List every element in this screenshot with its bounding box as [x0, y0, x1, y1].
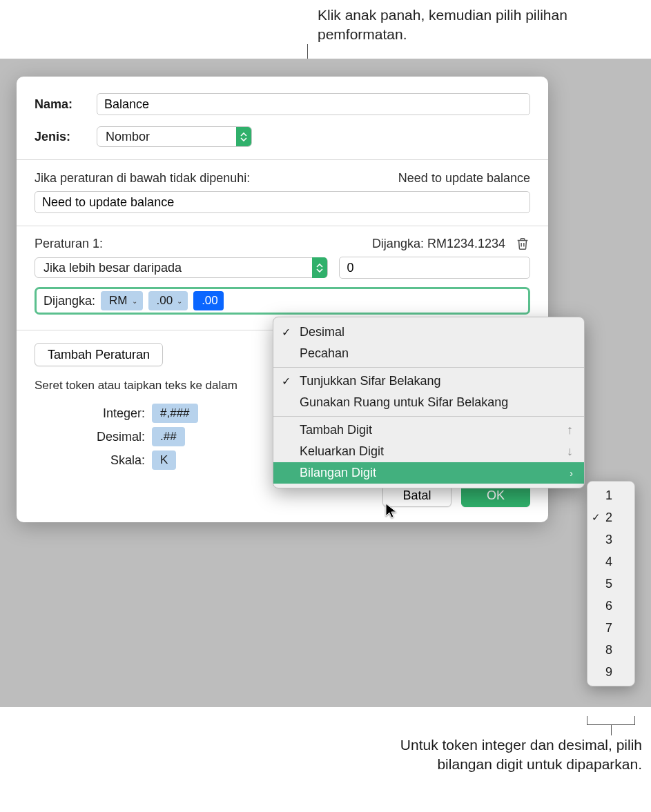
submenu-label: 5 — [605, 577, 612, 591]
check-icon: ✓ — [282, 375, 291, 388]
format-strip[interactable]: Dijangka: RM ⌄ .00 ⌄ .00 — [35, 287, 530, 315]
token-decimal-1-label: .00 — [157, 294, 173, 308]
type-select[interactable]: Nombor — [97, 126, 252, 147]
submenu-label: 7 — [605, 621, 612, 635]
callout-caliper — [587, 716, 635, 730]
popup-item-digit-count[interactable]: Bilangan Digit › — [273, 462, 584, 484]
popup-item-trailing-zeros[interactable]: ✓ Tunjukkan Sifar Belakang — [273, 370, 584, 392]
popup-item-add-digit[interactable]: Tambah Digit ↑ — [273, 419, 584, 441]
submenu-item-3[interactable]: 3 — [587, 528, 634, 551]
popup-item-remove-digit[interactable]: Keluarkan Digit ↓ — [273, 441, 584, 462]
rule1-preview: Dijangka: RM1234.1234 — [372, 237, 505, 251]
submenu-label: 4 — [605, 555, 612, 569]
format-options-popup: ✓ Desimal Pecahan ✓ Tunjukkan Sifar Bela… — [273, 317, 585, 488]
scale-token[interactable]: K — [152, 450, 176, 470]
submenu-item-6[interactable]: 6 — [587, 595, 634, 617]
cursor-icon — [385, 502, 400, 520]
name-input[interactable] — [97, 93, 530, 115]
fallback-value-input[interactable] — [35, 191, 530, 213]
add-rule-button[interactable]: Tambah Peraturan — [35, 343, 163, 366]
popup-item-decimal[interactable]: ✓ Desimal — [273, 321, 584, 343]
callout-bottom: Untuk token integer dan desimal, pilih b… — [387, 735, 642, 775]
type-select-value: Nombor — [97, 126, 252, 147]
name-label: Nama: — [35, 97, 97, 112]
submenu-item-1[interactable]: 1 — [587, 484, 634, 506]
decimal-label: Desimal: — [90, 430, 145, 444]
arrow-down-icon: ↓ — [567, 444, 573, 459]
chevrons-icon — [312, 257, 327, 278]
submenu-label: 2 — [605, 511, 612, 525]
rule1-label: Peraturan 1: — [35, 237, 103, 251]
divider — [17, 159, 548, 160]
popup-item-label: Bilangan Digit — [300, 466, 376, 480]
submenu-item-8[interactable]: 8 — [587, 639, 634, 661]
popup-item-label: Tunjukkan Sifar Belakang — [300, 374, 440, 388]
submenu-item-5[interactable]: 5 — [587, 573, 634, 595]
popup-item-fraction[interactable]: Pecahan — [273, 343, 584, 364]
submenu-item-7[interactable]: 7 — [587, 617, 634, 639]
trash-icon[interactable] — [515, 236, 530, 251]
token-decimal-2-label: .00 — [202, 294, 218, 308]
submenu-label: 6 — [605, 599, 612, 613]
rule1-condition-value: Jika lebih besar daripada — [35, 257, 328, 278]
type-label: Jenis: — [35, 130, 97, 144]
popup-item-space-trailing[interactable]: Gunakan Ruang untuk Sifar Belakang — [273, 392, 584, 413]
decimal-token[interactable]: .## — [152, 427, 185, 446]
popup-item-label: Desimal — [300, 325, 344, 339]
arrow-up-icon: ↑ — [567, 423, 573, 437]
digit-count-submenu: 1 ✓2 3 4 5 6 7 8 9 — [587, 481, 635, 686]
fallback-preview: Need to update balance — [398, 171, 530, 186]
submenu-label: 8 — [605, 643, 612, 657]
submenu-item-2[interactable]: ✓2 — [587, 506, 634, 528]
check-icon: ✓ — [282, 326, 291, 339]
rule1-value-input[interactable] — [339, 257, 530, 279]
token-decimal-1[interactable]: .00 ⌄ — [148, 291, 188, 310]
callout-top: Klik anak panah, kemudian pilih pilihan … — [318, 6, 580, 45]
popup-item-label: Tambah Digit — [300, 423, 372, 437]
rule1-condition-select[interactable]: Jika lebih besar daripada — [35, 257, 328, 279]
submenu-label: 1 — [605, 488, 612, 503]
token-rm[interactable]: RM ⌄ — [101, 291, 142, 310]
chevrons-icon — [236, 127, 251, 146]
divider — [273, 416, 584, 417]
chevron-right-icon: › — [570, 468, 573, 479]
integer-label: Integer: — [90, 406, 145, 421]
integer-token[interactable]: #,### — [152, 404, 198, 423]
divider — [17, 226, 548, 226]
submenu-label: 9 — [605, 665, 612, 680]
submenu-item-4[interactable]: 4 — [587, 551, 634, 573]
submenu-label: 3 — [605, 533, 612, 547]
format-strip-label: Dijangka: — [41, 294, 95, 308]
token-rm-label: RM — [109, 294, 127, 308]
scale-label: Skala: — [90, 453, 145, 468]
submenu-item-9[interactable]: 9 — [587, 661, 634, 683]
chevron-down-icon: ⌄ — [177, 297, 182, 305]
popup-item-label: Pecahan — [300, 346, 349, 361]
token-decimal-2[interactable]: .00 — [193, 291, 224, 310]
check-icon: ✓ — [592, 511, 601, 524]
fallback-rule-label: Jika peraturan di bawah tidak dipenuhi: — [35, 171, 250, 186]
divider — [273, 367, 584, 368]
chevron-down-icon: ⌄ — [132, 297, 137, 305]
popup-item-label: Keluarkan Digit — [300, 444, 384, 459]
popup-item-label: Gunakan Ruang untuk Sifar Belakang — [300, 395, 508, 410]
